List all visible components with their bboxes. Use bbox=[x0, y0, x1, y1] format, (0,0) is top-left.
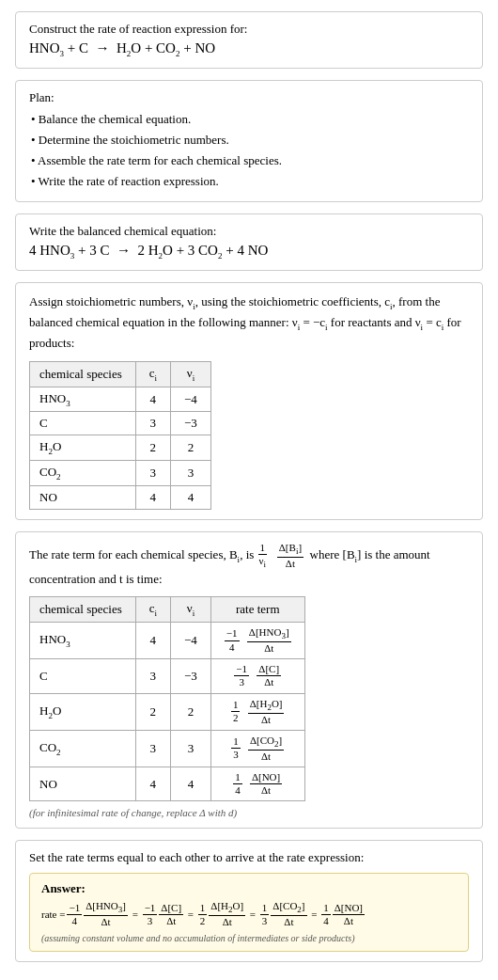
ci-h2o: 2 bbox=[135, 435, 170, 461]
rt-vi-h2o: 2 bbox=[171, 693, 211, 730]
plan-step-3: • Assemble the rate term for each chemic… bbox=[31, 150, 469, 171]
vi-h2o: 2 bbox=[171, 435, 211, 461]
rt-species-c: C bbox=[30, 659, 136, 693]
balanced-section: Write the balanced chemical equation: 4 … bbox=[15, 213, 483, 271]
species-c: C bbox=[30, 412, 136, 435]
rt-ci-hno3: 4 bbox=[135, 623, 170, 659]
table-row: H2O 2 2 bbox=[30, 435, 211, 461]
plan-list: • Balance the chemical equation. • Deter… bbox=[29, 109, 469, 192]
ans-frac-5: Δ[NO]Δt bbox=[333, 902, 365, 927]
ans-frac-4-coef: 13 bbox=[260, 902, 270, 927]
table-row: HNO3 4 −4 bbox=[30, 387, 211, 412]
stoich-col-ci: ci bbox=[135, 362, 170, 387]
ans-frac-3-coef: 12 bbox=[198, 902, 208, 927]
table-row: NO 4 4 bbox=[30, 485, 211, 509]
ans-eq-3: = bbox=[247, 906, 258, 925]
stoich-table: chemical species ci νi HNO3 4 −4 C 3 −3 … bbox=[29, 361, 211, 509]
ans-frac-3: Δ[H2O]Δt bbox=[209, 900, 245, 928]
table-row: C 3 −3 −13 Δ[C]Δt bbox=[30, 659, 305, 693]
final-section: Set the rate terms equal to each other t… bbox=[15, 840, 483, 961]
rate-intro-fraction: 1 νi bbox=[257, 542, 269, 570]
rt-ci-h2o: 2 bbox=[135, 693, 170, 730]
rate-term-intro: The rate term for each chemical species,… bbox=[29, 542, 469, 590]
rate-intro-delta-fraction: Δ[Bi] Δt bbox=[277, 542, 303, 570]
answer-box: Answer: rate = −14 Δ[HNO3]Δt = −13 Δ[C]Δ… bbox=[29, 873, 469, 951]
rate-table-note: (for infinitesimal rate of change, repla… bbox=[29, 807, 469, 818]
plan-step-2: • Determine the stoichiometric numbers. bbox=[31, 130, 469, 150]
rt-species-no: NO bbox=[30, 767, 136, 800]
species-h2o: H2O bbox=[30, 435, 136, 461]
ans-eq-4: = bbox=[309, 906, 320, 925]
plan-title: Plan: bbox=[29, 90, 469, 105]
stoich-col-species: chemical species bbox=[30, 362, 136, 387]
vi-co2: 3 bbox=[171, 460, 211, 485]
rate-col-species: chemical species bbox=[30, 597, 136, 623]
final-intro: Set the rate terms equal to each other t… bbox=[29, 850, 469, 865]
stoich-section: Assign stoichiometric numbers, νi, using… bbox=[15, 282, 483, 519]
table-row: C 3 −3 bbox=[30, 412, 211, 435]
rt-term-co2: 13 Δ[CO2]Δt bbox=[210, 730, 304, 767]
rt-vi-no: 4 bbox=[171, 767, 211, 800]
rate-table: chemical species ci νi rate term HNO3 4 … bbox=[29, 596, 305, 801]
rt-term-hno3: −14 Δ[HNO3]Δt bbox=[210, 623, 304, 659]
vi-hno3: −4 bbox=[171, 387, 211, 412]
ans-frac-1-coef: −14 bbox=[67, 902, 82, 927]
table-row: CO2 3 3 13 Δ[CO2]Δt bbox=[30, 730, 305, 767]
ans-frac-1: Δ[HNO3]Δt bbox=[84, 900, 128, 928]
species-hno3: HNO3 bbox=[30, 387, 136, 412]
balanced-equation: 4 HNO3 + 3 C → 2 H2O + 3 CO2 + 4 NO bbox=[29, 243, 469, 261]
rt-species-hno3: HNO3 bbox=[30, 623, 136, 659]
species-co2: CO2 bbox=[30, 460, 136, 485]
rt-species-h2o: H2O bbox=[30, 693, 136, 730]
rate-col-vi: νi bbox=[171, 597, 211, 623]
plan-step-1: • Balance the chemical equation. bbox=[31, 109, 469, 130]
answer-label: Answer: bbox=[41, 881, 457, 896]
ci-no: 4 bbox=[135, 485, 170, 509]
table-row: H2O 2 2 12 Δ[H2O]Δt bbox=[30, 693, 305, 730]
ans-frac-4: Δ[CO2]Δt bbox=[271, 900, 306, 928]
ci-hno3: 4 bbox=[135, 387, 170, 412]
header-reaction: HNO3 + C → H2O + CO2 + NO bbox=[29, 40, 469, 58]
rate-term-section: The rate term for each chemical species,… bbox=[15, 531, 483, 830]
answer-rate-line: rate = −14 Δ[HNO3]Δt = −13 Δ[C]Δt = 12 Δ… bbox=[41, 900, 457, 928]
table-row: NO 4 4 14 Δ[NO]Δt bbox=[30, 767, 305, 800]
stoich-intro: Assign stoichiometric numbers, νi, using… bbox=[29, 292, 469, 354]
ans-frac-2-coef: −13 bbox=[143, 902, 158, 927]
header-title: Construct the rate of reaction expressio… bbox=[29, 22, 469, 37]
rt-vi-c: −3 bbox=[171, 659, 211, 693]
plan-step-4: • Write the rate of reaction expression. bbox=[31, 171, 469, 192]
species-no: NO bbox=[30, 485, 136, 509]
rate-label: rate = bbox=[41, 906, 65, 925]
table-row: HNO3 4 −4 −14 Δ[HNO3]Δt bbox=[30, 623, 305, 659]
header-section: Construct the rate of reaction expressio… bbox=[15, 11, 483, 69]
rate-col-term: rate term bbox=[210, 597, 304, 623]
table-row: CO2 3 3 bbox=[30, 460, 211, 485]
ci-co2: 3 bbox=[135, 460, 170, 485]
ans-frac-2: Δ[C]Δt bbox=[159, 902, 183, 927]
rt-species-co2: CO2 bbox=[30, 730, 136, 767]
rt-term-c: −13 Δ[C]Δt bbox=[210, 659, 304, 693]
vi-no: 4 bbox=[171, 485, 211, 509]
stoich-col-vi: νi bbox=[171, 362, 211, 387]
ans-eq-1: = bbox=[130, 906, 141, 925]
rt-vi-hno3: −4 bbox=[171, 623, 211, 659]
vi-c: −3 bbox=[171, 412, 211, 435]
rt-vi-co2: 3 bbox=[171, 730, 211, 767]
rt-term-h2o: 12 Δ[H2O]Δt bbox=[210, 693, 304, 730]
ans-frac-5-coef: 14 bbox=[321, 902, 331, 927]
ans-eq-2: = bbox=[185, 906, 196, 925]
rt-term-no: 14 Δ[NO]Δt bbox=[210, 767, 304, 800]
balanced-title: Write the balanced chemical equation: bbox=[29, 224, 469, 239]
answer-note: (assuming constant volume and no accumul… bbox=[41, 933, 457, 943]
plan-section: Plan: • Balance the chemical equation. •… bbox=[15, 80, 483, 202]
ci-c: 3 bbox=[135, 412, 170, 435]
rt-ci-co2: 3 bbox=[135, 730, 170, 767]
rate-col-ci: ci bbox=[135, 597, 170, 623]
rt-ci-no: 4 bbox=[135, 767, 170, 800]
rt-ci-c: 3 bbox=[135, 659, 170, 693]
